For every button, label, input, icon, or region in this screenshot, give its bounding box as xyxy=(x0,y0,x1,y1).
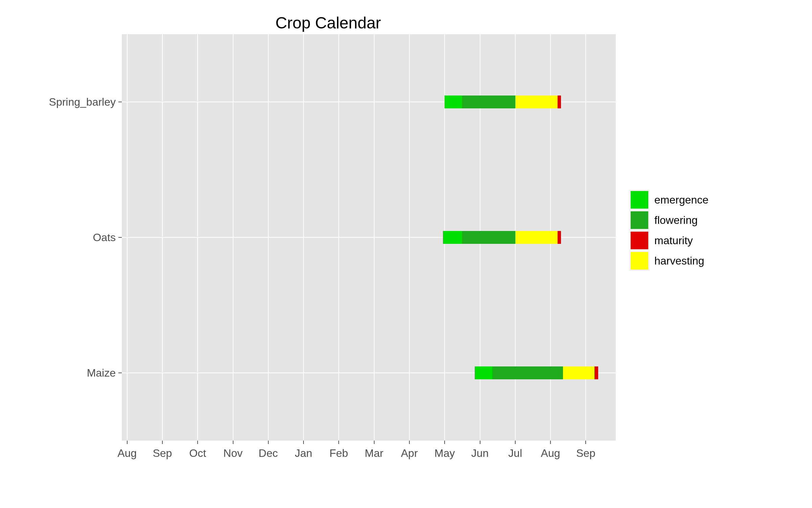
x-axis-label: Aug xyxy=(117,447,137,460)
x-tick xyxy=(268,441,269,444)
legend-key xyxy=(629,190,650,210)
legend-item-emergence: emergence xyxy=(629,190,738,210)
bar-emergence xyxy=(443,231,462,244)
bar-maturity xyxy=(558,96,561,108)
legend-swatch xyxy=(631,191,648,209)
x-tick xyxy=(409,441,410,444)
plot-area: AugSepOctNovDecJanFebMarAprMayJunJulAugS… xyxy=(122,34,616,441)
legend-label: emergence xyxy=(654,194,708,206)
legend-key xyxy=(629,251,650,271)
bar-emergence xyxy=(445,96,462,108)
legend-item-maturity: maturity xyxy=(629,230,738,251)
legend-key xyxy=(629,230,650,251)
legend-label: flowering xyxy=(654,214,698,227)
legend-item-harvesting: harvesting xyxy=(629,251,738,271)
bar-harvesting xyxy=(515,231,558,244)
x-axis-label: Jul xyxy=(508,447,522,460)
x-axis-label: Nov xyxy=(223,447,243,460)
bar-harvesting xyxy=(563,366,595,379)
bar-flowering xyxy=(462,231,515,244)
bar-flowering xyxy=(492,366,563,379)
x-tick xyxy=(233,441,233,444)
x-axis-label: Mar xyxy=(365,447,383,460)
legend: emergencefloweringmaturityharvesting xyxy=(629,190,738,271)
crop-calendar-chart: Crop Calendar AugSepOctNovDecJanFebMarAp… xyxy=(37,14,619,481)
x-axis-label: Dec xyxy=(258,447,278,460)
bar-emergence xyxy=(475,366,492,379)
x-axis-label: Jun xyxy=(471,447,489,460)
bar-maturity xyxy=(594,366,598,379)
chart-title: Crop Calendar xyxy=(37,14,619,32)
y-axis-label: Oats xyxy=(93,231,122,244)
x-tick xyxy=(585,441,586,444)
y-axis-label: Spring_barley xyxy=(49,96,122,108)
x-tick xyxy=(197,441,198,444)
x-tick xyxy=(550,441,551,444)
x-tick xyxy=(515,441,516,444)
x-tick xyxy=(338,441,339,444)
legend-swatch xyxy=(631,232,648,249)
x-axis-label: Aug xyxy=(541,447,560,460)
x-axis-label: Oct xyxy=(189,447,206,460)
x-axis-label: Sep xyxy=(576,447,595,460)
legend-label: harvesting xyxy=(654,255,704,267)
x-tick xyxy=(480,441,480,444)
x-axis-label: Jan xyxy=(295,447,312,460)
x-tick xyxy=(127,441,128,444)
bar-harvesting xyxy=(515,96,558,108)
y-axis-label: Maize xyxy=(87,367,122,379)
bar-flowering xyxy=(462,96,515,108)
x-axis-label: Sep xyxy=(153,447,172,460)
x-axis-label: Apr xyxy=(401,447,418,460)
x-tick xyxy=(162,441,163,444)
x-tick xyxy=(303,441,304,444)
bar-maturity xyxy=(558,231,561,244)
x-tick xyxy=(444,441,445,444)
legend-swatch xyxy=(631,252,648,270)
x-axis-label: Feb xyxy=(330,447,348,460)
x-tick xyxy=(374,441,375,444)
legend-item-flowering: flowering xyxy=(629,210,738,230)
x-axis-label: May xyxy=(434,447,455,460)
legend-label: maturity xyxy=(654,234,693,247)
legend-swatch xyxy=(631,211,648,229)
legend-key xyxy=(629,210,650,230)
